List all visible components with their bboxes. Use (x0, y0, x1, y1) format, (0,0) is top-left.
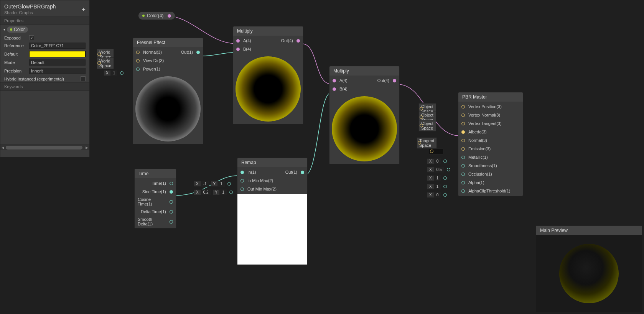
pbr-emission-label: Emission(3) (468, 146, 491, 151)
multiply1-out-port[interactable] (296, 39, 300, 43)
node-fresnel-effect[interactable]: Fresnel Effect Normal(3) Out(1) View Dir… (133, 38, 203, 144)
multiply1-a-port[interactable] (236, 39, 240, 43)
pbr-emission-port[interactable] (461, 147, 465, 151)
remap-outminmax-ext-port[interactable] (229, 191, 233, 194)
node-remap[interactable]: Remap In(1) Out(1) In Min Max(2) Out Min… (237, 158, 308, 265)
time-cosine-port[interactable] (170, 200, 173, 204)
remap-inmin-x-field[interactable]: X-1 (194, 181, 209, 187)
main-preview-title[interactable]: Main Preview (536, 226, 642, 235)
pbr-smooth-ext-port[interactable] (447, 168, 450, 171)
multiply2-b-port[interactable] (333, 87, 336, 91)
blackboard-scrollbar[interactable]: ◀ ▶ (0, 145, 89, 150)
pbr-normal-ext-port[interactable] (418, 141, 421, 145)
remap-outmin-x-field[interactable]: X0.2 (194, 189, 211, 195)
pbr-vtan-ext-port[interactable] (420, 124, 423, 127)
remap-inmin-y-field[interactable]: Y1 (211, 181, 225, 187)
pbr-occ-ext-port[interactable] (443, 176, 447, 180)
pbr-occ-port[interactable] (461, 173, 465, 176)
hybrid-label: Hybrid Instanced (experimental) (4, 77, 81, 81)
blackboard-panel[interactable]: OuterGlowPBRGraph Shader Graphs + Proper… (0, 0, 90, 157)
multiply1-b-port[interactable] (236, 48, 240, 51)
fresnel-normal-ext-port[interactable] (97, 53, 101, 56)
fresnel-power-port[interactable] (136, 67, 140, 71)
remap-in-port[interactable] (240, 171, 244, 174)
pbr-metallic-field[interactable]: X0 (427, 158, 441, 164)
pbr-clip-ext-port[interactable] (443, 193, 447, 197)
scroll-thumb[interactable] (6, 146, 82, 150)
multiply1-title[interactable]: Multiply (233, 26, 303, 36)
scroll-right-icon[interactable]: ▶ (86, 146, 88, 150)
multiply1-b-label: B(4) (243, 47, 251, 51)
pbr-occ-field[interactable]: X1 (427, 175, 441, 181)
pbr-emission-ext-port[interactable] (430, 150, 433, 153)
add-property-button[interactable]: + (81, 6, 86, 14)
mode-dropdown[interactable]: Default (29, 59, 86, 66)
graph-title: OuterGlowPBRGraph (4, 3, 86, 10)
node-time[interactable]: Time Time(1) Sine Time(1) Cosine Time(1)… (134, 169, 176, 229)
fresnel-viewdir-port[interactable] (136, 59, 140, 62)
pbr-vtan-port[interactable] (461, 122, 465, 125)
color-output-port[interactable] (168, 14, 171, 18)
time-sine-port[interactable] (170, 190, 173, 194)
pbr-vpos-port[interactable] (461, 105, 465, 109)
precision-dropdown[interactable]: Inherit (29, 68, 86, 74)
fresnel-power-ext-port[interactable] (120, 71, 124, 75)
remap-title[interactable]: Remap (237, 158, 307, 167)
fresnel-title[interactable]: Fresnel Effect (133, 38, 203, 47)
main-preview-panel[interactable]: Main Preview (536, 225, 642, 312)
exposed-checkbox[interactable]: ✓ (29, 35, 34, 40)
fresnel-normal-label: Normal(3) (143, 50, 162, 54)
multiply2-title[interactable]: Multiply (329, 66, 399, 76)
pbr-title[interactable]: PBR Master (458, 92, 523, 102)
fresnel-out-port[interactable] (196, 51, 200, 54)
multiply2-a-port[interactable] (333, 79, 336, 82)
remap-outminmax-label: Out Min Max(2) (247, 187, 277, 191)
time-time-port[interactable] (170, 182, 173, 185)
pbr-vpos-ext-port[interactable] (420, 107, 423, 110)
scroll-left-icon[interactable]: ◀ (2, 146, 4, 150)
time-smooth-port[interactable] (170, 220, 173, 224)
pbr-metallic-port[interactable] (461, 156, 465, 159)
node-multiply-1[interactable]: Multiply A(4) Out(4) B(4) (233, 26, 303, 124)
multiply1-a-label: A(4) (243, 38, 251, 43)
multiply2-out-port[interactable] (393, 79, 396, 82)
multiply1-preview (233, 54, 303, 124)
pbr-albedo-port[interactable] (461, 130, 465, 134)
pbr-normal-port[interactable] (461, 139, 465, 142)
fresnel-preview (133, 74, 203, 144)
node-color-property[interactable]: Color(4) (138, 12, 175, 20)
remap-inminmax-ext-port[interactable] (227, 182, 231, 186)
remap-preview (237, 194, 307, 265)
pbr-smooth-port[interactable] (461, 164, 465, 168)
node-multiply-2[interactable]: Multiply A(4) Out(4) B(4) (329, 66, 400, 164)
remap-outmin-y-field[interactable]: Y1 (213, 189, 227, 195)
fresnel-viewdir-ext-port[interactable] (97, 61, 101, 65)
time-delta-port[interactable] (170, 210, 173, 214)
node-pbr-master[interactable]: PBR Master Vertex Position(3) Vertex Nor… (458, 92, 523, 196)
pbr-vnorm-port[interactable] (461, 113, 465, 117)
graph-subtitle: Shader Graphs (4, 10, 86, 15)
default-color-swatch[interactable] (29, 51, 86, 57)
multiply1-out-label: Out(4) (281, 38, 293, 43)
property-color-foldout[interactable]: ▾ Color (0, 25, 89, 34)
pbr-alpha-ext-port[interactable] (443, 185, 447, 188)
default-label: Default (4, 52, 29, 56)
time-title[interactable]: Time (135, 169, 176, 178)
fresnel-power-x-field[interactable]: X1 (104, 70, 117, 76)
pbr-alpha-field[interactable]: X1 (427, 184, 441, 189)
pbr-smooth-field[interactable]: X0.5 (427, 167, 444, 173)
pbr-clip-port[interactable] (461, 189, 465, 193)
pbr-occ-label: Occlusion(1) (468, 172, 492, 176)
pbr-clip-label: AlphaClipThreshold(1) (468, 189, 510, 193)
hybrid-checkbox[interactable]: ✓ (81, 76, 86, 81)
pbr-alpha-port[interactable] (461, 181, 465, 184)
main-preview-viewport[interactable] (536, 235, 642, 312)
pbr-clip-field[interactable]: X0 (427, 192, 441, 198)
pbr-metallic-ext-port[interactable] (443, 159, 447, 163)
remap-outminmax-port[interactable] (240, 187, 244, 191)
remap-inminmax-port[interactable] (240, 179, 244, 182)
reference-input[interactable]: Color_2EFF1C71 (29, 43, 86, 49)
fresnel-normal-port[interactable] (136, 51, 140, 54)
pbr-vnorm-ext-port[interactable] (420, 115, 423, 119)
remap-out-port[interactable] (301, 171, 304, 174)
